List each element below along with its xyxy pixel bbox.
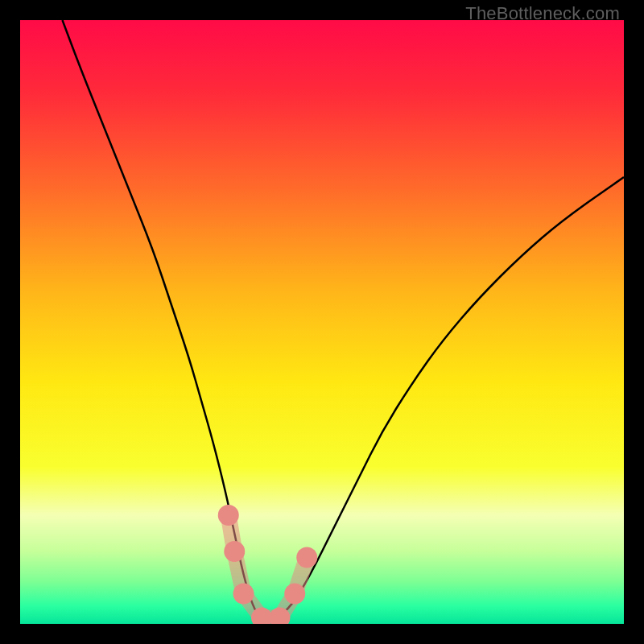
chart-frame xyxy=(20,20,624,624)
highlight-marker xyxy=(224,541,245,562)
highlight-marker xyxy=(218,505,239,526)
highlight-marker xyxy=(233,584,254,605)
highlight-marker xyxy=(284,584,305,605)
gradient-background xyxy=(20,20,624,624)
bottleneck-chart xyxy=(20,20,624,624)
highlight-marker xyxy=(296,547,317,568)
